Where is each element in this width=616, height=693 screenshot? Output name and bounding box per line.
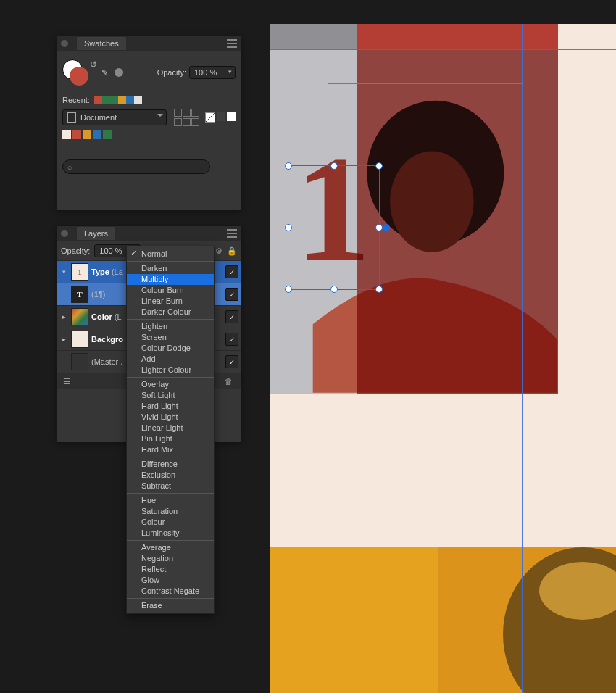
no-color-icon[interactable] bbox=[115, 68, 123, 77]
selection-bounds[interactable] bbox=[288, 165, 380, 290]
layer-visible-checkbox[interactable]: ✓ bbox=[225, 333, 238, 346]
layer-thumbnail bbox=[71, 353, 88, 370]
blend-mode-menu[interactable]: NormalDarkenMultiplyColour BurnLinear Bu… bbox=[126, 246, 215, 614]
blend-mode-item[interactable]: Pin Light bbox=[127, 433, 214, 444]
layer-visible-checkbox[interactable]: ✓ bbox=[225, 310, 238, 323]
blend-mode-item[interactable]: Hue bbox=[127, 495, 214, 506]
swatch[interactable] bbox=[205, 112, 215, 123]
palette-swatch[interactable] bbox=[103, 130, 112, 139]
document-palette bbox=[62, 130, 236, 139]
close-icon[interactable] bbox=[61, 230, 68, 237]
layout-block bbox=[558, 24, 616, 49]
blend-mode-item[interactable]: Soft Light bbox=[127, 390, 214, 401]
swatches-header: Swatches bbox=[57, 36, 241, 51]
layer-visible-checkbox[interactable]: ✓ bbox=[225, 288, 238, 301]
resize-handle[interactable] bbox=[285, 224, 292, 231]
blend-mode-item[interactable]: Hard Mix bbox=[127, 444, 214, 455]
blend-mode-item[interactable]: Colour Burn bbox=[127, 285, 214, 296]
palette-swatch[interactable] bbox=[72, 130, 81, 139]
palette-swatch[interactable] bbox=[62, 130, 71, 139]
swap-colors-icon[interactable]: ↺ bbox=[90, 59, 97, 70]
blend-mode-item[interactable]: Reflect bbox=[127, 564, 214, 575]
swatches-tab[interactable]: Swatches bbox=[77, 37, 126, 50]
recent-swatch[interactable] bbox=[102, 96, 110, 104]
resize-handle[interactable] bbox=[375, 224, 383, 231]
resize-handle[interactable] bbox=[375, 162, 383, 170]
swatches-opacity-field[interactable]: 100 % bbox=[189, 66, 236, 79]
blend-mode-item[interactable]: Contrast Negate bbox=[127, 586, 214, 597]
blend-mode-item[interactable]: Multiply bbox=[127, 274, 214, 285]
greyscale-swatches bbox=[205, 112, 236, 123]
swatch[interactable] bbox=[227, 112, 236, 121]
document-icon bbox=[67, 112, 76, 123]
panel-menu-icon[interactable] bbox=[227, 229, 237, 238]
blend-mode-item[interactable]: Screen bbox=[127, 332, 214, 343]
blend-mode-item[interactable]: Normal bbox=[127, 249, 214, 260]
blend-mode-item[interactable]: Glow bbox=[127, 575, 214, 586]
expand-icon[interactable]: ▸ bbox=[59, 336, 68, 343]
blend-mode-item[interactable]: Difference bbox=[127, 459, 214, 470]
blend-mode-item[interactable]: Colour Dodge bbox=[127, 343, 214, 354]
layers-stack-icon[interactable]: ☰ bbox=[61, 375, 72, 387]
recent-swatch[interactable] bbox=[126, 96, 134, 104]
swatches-panel: Swatches ↺ ✎ Opacity: 100 % Recent: bbox=[57, 36, 241, 210]
resize-handle[interactable] bbox=[330, 286, 338, 293]
panel-menu-icon[interactable] bbox=[227, 39, 237, 48]
document-canvas[interactable]: 1 bbox=[270, 24, 616, 693]
layer-visible-checkbox[interactable]: ✓ bbox=[225, 355, 238, 368]
expand-icon[interactable]: ▾ bbox=[59, 268, 68, 275]
blend-mode-item[interactable]: Subtract bbox=[127, 481, 214, 491]
layers-header: Layers bbox=[57, 226, 241, 241]
layer-visible-checkbox[interactable]: ✓ bbox=[225, 265, 238, 278]
recent-swatch[interactable] bbox=[110, 96, 118, 104]
layout-block bbox=[357, 24, 558, 49]
recent-swatches bbox=[94, 96, 142, 104]
swatch[interactable] bbox=[217, 112, 225, 121]
palette-swatch[interactable] bbox=[83, 130, 91, 139]
blend-mode-item[interactable]: Hard Light bbox=[127, 401, 214, 412]
swatch-search-input[interactable]: ⌕ bbox=[62, 159, 210, 174]
blend-mode-item[interactable]: Add bbox=[127, 354, 214, 365]
search-icon: ⌕ bbox=[67, 162, 72, 171]
blend-mode-item[interactable]: Average bbox=[127, 542, 214, 553]
resize-handle[interactable] bbox=[285, 286, 292, 293]
expand-icon[interactable]: ▸ bbox=[59, 313, 68, 320]
blend-mode-item[interactable]: Lighten bbox=[127, 321, 214, 332]
text-flow-handle[interactable] bbox=[383, 224, 390, 231]
lock-icon[interactable]: 🔒 bbox=[227, 246, 237, 256]
blend-mode-item[interactable]: Linear Light bbox=[127, 423, 214, 433]
blend-mode-item[interactable]: Erase bbox=[127, 600, 214, 611]
blend-mode-item[interactable]: Vivid Light bbox=[127, 412, 214, 423]
blend-mode-item[interactable]: Linear Burn bbox=[127, 296, 214, 307]
guide-horizontal bbox=[270, 49, 616, 50]
layer-thumbnail bbox=[71, 308, 88, 325]
blend-mode-item[interactable]: Saturation bbox=[127, 506, 214, 517]
blend-mode-item[interactable]: Colour bbox=[127, 517, 214, 528]
swatch-scope-value: Document bbox=[80, 113, 117, 122]
layer-thumbnail: T bbox=[71, 286, 88, 303]
resize-handle[interactable] bbox=[330, 162, 338, 170]
blend-mode-item[interactable]: Overlay bbox=[127, 379, 214, 390]
resize-handle[interactable] bbox=[375, 286, 383, 293]
close-icon[interactable] bbox=[61, 40, 68, 47]
trash-icon[interactable]: 🗑 bbox=[222, 375, 234, 387]
blend-mode-item[interactable]: Luminosity bbox=[127, 528, 214, 539]
blend-mode-item[interactable]: Negation bbox=[127, 553, 214, 564]
blend-mode-item[interactable]: Darker Colour bbox=[127, 307, 214, 318]
swatch-scope-select[interactable]: Document bbox=[62, 109, 167, 125]
blend-mode-item[interactable]: Darken bbox=[127, 263, 214, 274]
opacity-label: Opacity: bbox=[61, 246, 90, 255]
blend-mode-item[interactable]: Exclusion bbox=[127, 470, 214, 481]
palette-swatch[interactable] bbox=[93, 130, 101, 139]
layers-tab[interactable]: Layers bbox=[77, 227, 115, 240]
color-preview[interactable]: ↺ bbox=[62, 59, 97, 86]
blend-mode-item[interactable]: Lighter Colour bbox=[127, 365, 214, 375]
layer-thumbnail: 1 bbox=[71, 263, 88, 281]
gear-icon[interactable]: ⚙ bbox=[215, 246, 222, 256]
resize-handle[interactable] bbox=[285, 162, 292, 170]
recent-swatch[interactable] bbox=[118, 96, 126, 104]
recent-swatch[interactable] bbox=[94, 96, 102, 104]
recent-swatch[interactable] bbox=[134, 96, 142, 104]
swatch-view-icons[interactable] bbox=[174, 109, 199, 126]
eyedropper-icon[interactable]: ✎ bbox=[97, 68, 112, 78]
